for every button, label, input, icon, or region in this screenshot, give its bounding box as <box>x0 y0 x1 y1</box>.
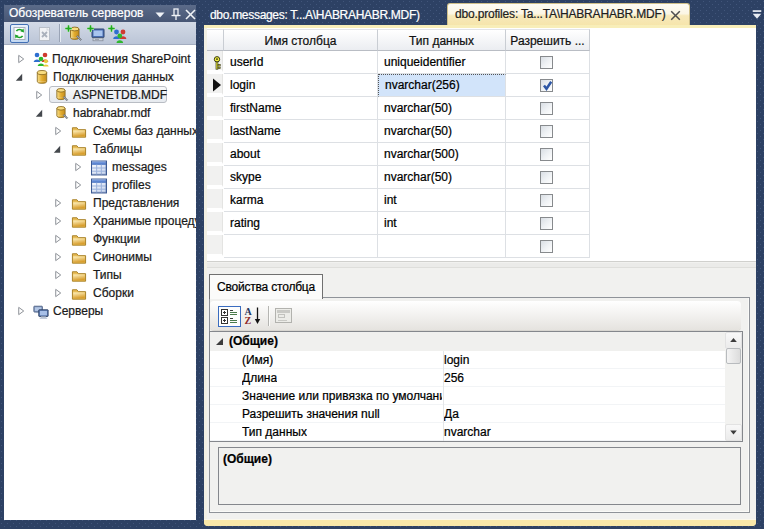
svg-text:Z: Z <box>245 315 252 326</box>
